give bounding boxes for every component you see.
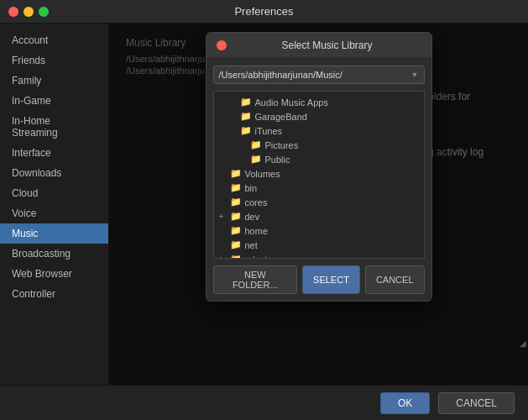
- sidebar-item-controller[interactable]: Controller: [0, 284, 108, 304]
- tree-item[interactable]: 📁Pictures: [214, 138, 424, 152]
- folder-icon: 📁: [240, 111, 252, 122]
- tree-item[interactable]: 📁net: [214, 238, 424, 252]
- tree-item-label: Volumes: [245, 169, 280, 179]
- modal-title: Select Music Library: [233, 39, 421, 51]
- window-controls[interactable]: [8, 7, 49, 17]
- modal-buttons: NEW FOLDER... SELECT CANCEL: [206, 259, 431, 301]
- resize-handle[interactable]: ◢: [520, 339, 526, 348]
- tree-item-label: bin: [245, 183, 258, 193]
- tree-item-label: iTunes: [255, 126, 283, 136]
- window-title: Preferences: [234, 5, 293, 18]
- sidebar-item-cloud[interactable]: Cloud: [0, 183, 108, 203]
- sidebar-item-in-home-streaming[interactable]: In-Home Streaming: [0, 111, 108, 143]
- folder-icon: 📁: [230, 225, 242, 236]
- main-layout: Account Friends Family In-Game In-Home S…: [0, 24, 528, 385]
- folder-icon: 📁: [230, 211, 242, 222]
- folder-icon: 📁: [240, 125, 252, 136]
- tree-item[interactable]: 📁GarageBand: [214, 109, 424, 123]
- folder-icon: 📁: [230, 182, 242, 193]
- folder-icon: 📁: [250, 154, 262, 165]
- folder-icon: 📁: [230, 239, 242, 250]
- tree-item-label: cores: [245, 197, 268, 207]
- modal-overlay: Select Music Library /Users/abhijithnarj…: [109, 24, 528, 385]
- tree-item-label: Pictures: [265, 140, 299, 150]
- cancel-button[interactable]: CANCEL: [438, 392, 515, 414]
- ok-button[interactable]: OK: [380, 392, 430, 414]
- sidebar-item-interface[interactable]: Interface: [0, 143, 108, 163]
- modal-close-button[interactable]: [217, 40, 227, 50]
- sidebar-item-broadcasting[interactable]: Broadcasting: [0, 244, 108, 264]
- sidebar-item-web-browser[interactable]: Web Browser: [0, 264, 108, 284]
- modal-cancel-button[interactable]: CANCEL: [365, 265, 425, 294]
- tree-item[interactable]: 📁cores: [214, 195, 424, 209]
- folder-icon: 📁: [230, 168, 242, 179]
- minimize-button[interactable]: [24, 7, 34, 17]
- new-folder-button[interactable]: NEW FOLDER...: [213, 265, 298, 294]
- sidebar-item-in-game[interactable]: In-Game: [0, 91, 108, 111]
- content-area: Music Library /Users/abhijithnarjunan/Mu…: [109, 24, 528, 385]
- sidebar-item-music[interactable]: Music: [0, 223, 108, 244]
- tree-item-label: dev: [245, 212, 260, 222]
- path-dropdown[interactable]: /Users/abhijithnarjunan/Music/ ▼: [213, 66, 425, 84]
- sidebar-item-voice[interactable]: Voice: [0, 203, 108, 223]
- tree-item[interactable]: 📁bin: [214, 181, 424, 195]
- maximize-button[interactable]: [39, 7, 49, 17]
- tree-item[interactable]: 📁Volumes: [214, 166, 424, 181]
- titlebar: Preferences: [0, 0, 528, 24]
- tree-item[interactable]: +📁private: [214, 252, 424, 259]
- chevron-down-icon: ▼: [411, 71, 419, 79]
- sidebar: Account Friends Family In-Game In-Home S…: [0, 24, 109, 385]
- tree-item-label: Public: [265, 155, 290, 165]
- tree-item-label: net: [245, 240, 258, 250]
- dropdown-value: /Users/abhijithnarjunan/Music/: [219, 70, 342, 80]
- folder-icon: 📁: [240, 97, 252, 108]
- tree-item-label: Audio Music Apps: [255, 97, 328, 108]
- select-music-library-modal: Select Music Library /Users/abhijithnarj…: [206, 32, 432, 302]
- select-button[interactable]: SELECT: [302, 265, 360, 294]
- sidebar-item-friends[interactable]: Friends: [0, 50, 108, 71]
- folder-icon: 📁: [250, 139, 262, 150]
- file-tree: 📁Audio Music Apps📁GarageBand📁iTunes📁Pict…: [214, 92, 424, 259]
- file-tree-container[interactable]: 📁Audio Music Apps📁GarageBand📁iTunes📁Pict…: [213, 91, 425, 259]
- tree-item[interactable]: 📁Public: [214, 152, 424, 166]
- modal-header: Select Music Library: [206, 33, 431, 59]
- tree-item[interactable]: 📁home: [214, 223, 424, 238]
- folder-icon: 📁: [230, 197, 242, 207]
- tree-item-label: GarageBand: [255, 112, 307, 122]
- tree-item-label: home: [245, 226, 269, 236]
- dropdown-row: /Users/abhijithnarjunan/Music/ ▼: [206, 59, 431, 91]
- sidebar-item-family[interactable]: Family: [0, 71, 108, 91]
- tree-item[interactable]: 📁Audio Music Apps: [214, 95, 424, 109]
- sidebar-item-account[interactable]: Account: [0, 30, 108, 50]
- bottom-bar: OK CANCEL: [0, 385, 528, 420]
- expand-icon: +: [219, 212, 227, 221]
- tree-item[interactable]: 📁iTunes: [214, 123, 424, 138]
- tree-item[interactable]: +📁dev: [214, 209, 424, 223]
- sidebar-item-downloads[interactable]: Downloads: [0, 163, 108, 183]
- close-button[interactable]: [8, 7, 18, 17]
